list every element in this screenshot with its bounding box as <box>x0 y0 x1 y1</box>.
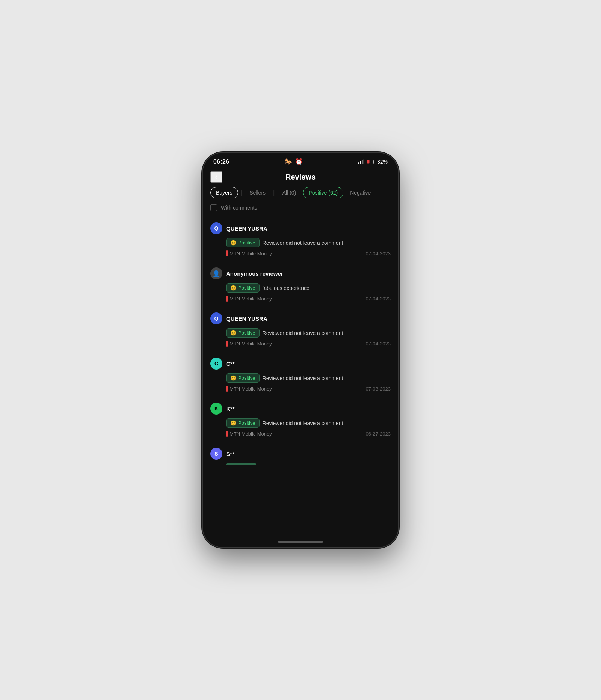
review-date: 07-03-2023 <box>366 386 391 392</box>
filter-divider-2: | <box>273 189 275 197</box>
review-comment: Reviewer did not leave a comment <box>263 240 343 246</box>
phone-frame: 06:26 🐎 ⏰ 32% <box>203 153 398 547</box>
payment-method: MTN Mobile Money <box>226 341 272 347</box>
payment-text: MTN Mobile Money <box>230 431 272 437</box>
reviewer-name: K** <box>226 406 235 412</box>
header: ‹ Reviews <box>203 168 398 187</box>
payment-flag <box>226 341 228 347</box>
badge-text: Positive <box>238 285 255 291</box>
badge-emoji: 😊 <box>230 285 236 291</box>
review-content: 😊 Positive Reviewer did not leave a comm… <box>210 418 391 437</box>
review-item: Q QUEEN YUSRA 😊 Positive Reviewer did no… <box>210 307 391 352</box>
alarm-icon: ⏰ <box>295 158 303 165</box>
payment-text: MTN Mobile Money <box>230 296 272 302</box>
reviewer-name: QUEEN YUSRA <box>226 225 267 232</box>
badge-text: Positive <box>238 330 255 336</box>
tab-negative[interactable]: Negative <box>345 187 376 198</box>
payment-flag <box>226 431 228 437</box>
reviewer-row: Q QUEEN YUSRA <box>210 312 391 324</box>
review-comment: fabulous experience <box>263 285 310 291</box>
avatar: K <box>210 403 222 415</box>
svg-rect-2 <box>362 160 363 164</box>
reviewer-row: Q QUEEN YUSRA <box>210 222 391 234</box>
positive-badge: 😊 Positive <box>226 373 260 383</box>
payment-method: MTN Mobile Money <box>226 296 272 302</box>
tab-sellers[interactable]: Sellers <box>244 187 271 198</box>
horse-icon: 🐎 <box>285 158 292 165</box>
payment-text: MTN Mobile Money <box>230 251 272 256</box>
review-date: 07-04-2023 <box>366 296 391 302</box>
avatar: C <box>210 358 222 370</box>
review-badge-row: 😊 Positive fabulous experience <box>226 283 391 293</box>
filter-divider: | <box>240 189 242 197</box>
payment-text: MTN Mobile Money <box>230 341 272 347</box>
with-comments-checkbox[interactable] <box>210 204 217 211</box>
battery-percentage: 32% <box>377 159 388 165</box>
status-time: 06:26 <box>213 158 229 165</box>
review-date: 06-27-2023 <box>366 431 391 437</box>
review-item: C C** 😊 Positive Reviewer did not leave … <box>210 352 391 397</box>
tab-all[interactable]: All (0) <box>277 187 302 198</box>
review-item: K K** 😊 Positive Reviewer did not leave … <box>210 397 391 442</box>
svg-rect-6 <box>374 161 374 163</box>
tab-buyers[interactable]: Buyers <box>210 187 238 198</box>
svg-rect-5 <box>367 160 369 163</box>
review-item: S S** <box>210 442 391 471</box>
reviewer-row: S S** <box>210 448 391 460</box>
status-bar: 06:26 🐎 ⏰ 32% <box>203 153 398 168</box>
payment-flag <box>226 296 228 302</box>
review-badge-row: 😊 Positive Reviewer did not leave a comm… <box>226 373 391 383</box>
positive-badge: 😊 Positive <box>226 238 260 247</box>
positive-badge: 😊 Positive <box>226 418 260 428</box>
filter-row: Buyers | Sellers | All (0) Positive (62)… <box>203 187 398 203</box>
avatar: Q <box>210 312 222 324</box>
reviewer-name: QUEEN YUSRA <box>226 315 267 322</box>
screen: 06:26 🐎 ⏰ 32% <box>203 153 398 547</box>
status-icons-right: 32% <box>358 159 388 165</box>
review-meta: MTN Mobile Money 07-04-2023 <box>226 296 391 302</box>
svg-rect-1 <box>360 161 361 164</box>
review-badge-row: 😊 Positive Reviewer did not leave a comm… <box>226 418 391 428</box>
home-indicator <box>203 536 398 547</box>
review-content <box>210 463 391 465</box>
avatar: S <box>210 448 222 460</box>
review-content: 😊 Positive Reviewer did not leave a comm… <box>210 238 391 256</box>
review-comment: Reviewer did not leave a comment <box>263 375 343 381</box>
badge-emoji: 😊 <box>230 375 236 381</box>
badge-emoji: 😊 <box>230 330 236 336</box>
page-title: Reviews <box>222 173 379 181</box>
status-icons-left: 🐎 ⏰ <box>285 158 303 165</box>
positive-badge: 😊 Positive <box>226 328 260 338</box>
svg-rect-3 <box>363 159 364 164</box>
reviewer-name: C** <box>226 361 235 367</box>
reviewer-row: C C** <box>210 358 391 370</box>
reviewer-name: Anonymous reviewer <box>226 270 283 277</box>
badge-emoji: 😊 <box>230 420 236 426</box>
badge-emoji: 😊 <box>230 240 236 246</box>
reviewer-name: S** <box>226 451 234 457</box>
signal-icon <box>358 159 364 164</box>
svg-rect-0 <box>358 162 359 164</box>
payment-flag <box>226 386 228 392</box>
review-meta: MTN Mobile Money 07-03-2023 <box>226 386 391 392</box>
with-comments-label: With comments <box>221 205 257 211</box>
review-meta: MTN Mobile Money 07-04-2023 <box>226 341 391 347</box>
back-button[interactable]: ‹ <box>210 171 222 183</box>
tab-positive[interactable]: Positive (62) <box>303 187 343 198</box>
avatar: Q <box>210 222 222 234</box>
home-bar <box>278 541 323 543</box>
review-comment: Reviewer did not leave a comment <box>263 420 343 426</box>
payment-method: MTN Mobile Money <box>226 431 272 437</box>
badge-text: Positive <box>238 375 255 381</box>
payment-flag <box>226 250 228 256</box>
badge-text: Positive <box>238 420 255 426</box>
review-comment: Reviewer did not leave a comment <box>263 330 343 336</box>
with-comments-row: With comments <box>203 203 398 217</box>
payment-method: MTN Mobile Money <box>226 250 272 256</box>
review-content: 😊 Positive Reviewer did not leave a comm… <box>210 328 391 347</box>
partial-badge-indicator <box>226 463 256 465</box>
reviewer-row: K K** <box>210 403 391 415</box>
review-badge-row: 😊 Positive Reviewer did not leave a comm… <box>226 238 391 247</box>
badge-text: Positive <box>238 240 255 246</box>
review-content: 😊 Positive fabulous experience MTN Mobil… <box>210 283 391 302</box>
